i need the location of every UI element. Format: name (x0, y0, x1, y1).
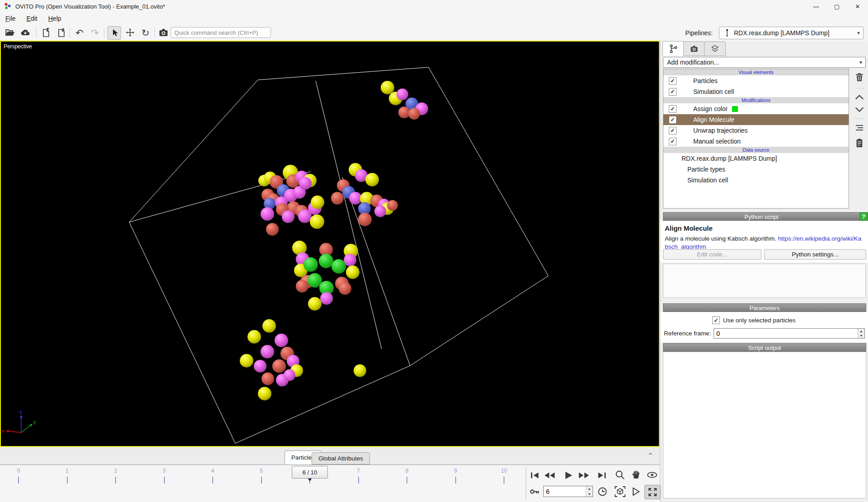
tab-particles-label: Particles (291, 454, 315, 461)
timeline-tick-label: 2 (114, 468, 117, 474)
menu-file[interactable]: File (0, 14, 21, 23)
timeline-tick-mark (18, 477, 19, 483)
render-active-viewport-button[interactable] (628, 485, 644, 498)
timeline-tick-label: 7 (357, 468, 360, 474)
timeline-tick-label: 5 (260, 468, 263, 474)
pan-mode-button[interactable] (628, 468, 644, 482)
timeline-divider (526, 467, 526, 500)
item-checkbox[interactable]: ✓ (669, 105, 677, 113)
maximize-viewport-button[interactable] (644, 485, 661, 499)
add-modification-label: Add modification... (667, 59, 719, 66)
timeline-tick-mark (406, 477, 407, 483)
next-frame-button[interactable] (576, 469, 592, 482)
spin-up-icon[interactable]: ▲ (858, 329, 864, 334)
redo-icon[interactable]: ↷ (89, 26, 101, 39)
previous-frame-button[interactable] (542, 469, 557, 482)
pipeline-item-unwrap-trajectories[interactable]: ✓Unwrap trajectories (663, 125, 849, 136)
reference-frame-spinner: ▲▼ (714, 328, 865, 339)
pipeline-item-manual-selection[interactable]: ✓Manual selection (663, 136, 849, 147)
slider-pointer-icon (308, 478, 312, 481)
animation-settings-clock-icon[interactable] (597, 486, 608, 497)
pipeline-item-simulation-cell[interactable]: Simulation cell (663, 175, 849, 186)
load-session-icon[interactable] (40, 26, 52, 39)
item-checkbox[interactable]: ✓ (669, 77, 677, 85)
zoom-mode-button[interactable] (612, 468, 628, 482)
timeline-tick-label: 8 (406, 468, 409, 474)
animation-key-icon[interactable] (529, 486, 540, 497)
chevron-down-icon: ▾ (857, 30, 860, 36)
tab-render[interactable] (683, 42, 705, 56)
spin-down-icon[interactable]: ▼ (858, 334, 864, 339)
selection-mode-icon[interactable] (107, 26, 121, 40)
viewport-caption[interactable]: Perspective (4, 43, 32, 50)
item-label: Simulation cell (687, 177, 728, 184)
script-output-header: Script output (663, 343, 866, 352)
clipboard-icon[interactable] (854, 137, 864, 149)
move-up-icon[interactable] (854, 93, 864, 101)
python-settings-button[interactable]: Python settings... (764, 249, 866, 260)
timeline-tick-label: 0 (17, 468, 20, 474)
pipeline-item-rdx-reax-dump-lammps-dump-[interactable]: RDX.reax.dump [LAMMPS Dump] (663, 153, 849, 164)
timeline-tick-mark (358, 477, 359, 483)
minimize-button[interactable]: — (806, 0, 826, 13)
tab-pipeline[interactable] (663, 41, 684, 56)
undo-icon[interactable]: ↶ (73, 26, 86, 39)
pipeline-item-particles[interactable]: ✓Particles (663, 75, 849, 86)
camera-icon (690, 44, 699, 53)
item-label: Unwrap trajectories (693, 127, 748, 134)
svg-text:y: y (33, 419, 36, 424)
timeline-tick-label: 4 (211, 468, 215, 474)
tab-overlays[interactable] (704, 42, 726, 56)
spin-up-icon[interactable]: ▲ (586, 486, 593, 492)
render-image-icon[interactable] (157, 26, 170, 39)
save-session-icon[interactable] (55, 26, 68, 39)
pipeline-item-assign-color[interactable]: ✓Assign color (663, 103, 849, 114)
help-button[interactable]: ? (859, 212, 868, 221)
pipeline-item-particle-types[interactable]: Particle types (663, 164, 849, 175)
import-remote-file-icon[interactable] (19, 26, 32, 39)
pipeline-section-header: Data source (663, 147, 849, 153)
quick-command-search-input[interactable] (171, 27, 271, 38)
timeline-tick-mark (67, 477, 68, 483)
close-button[interactable]: ✕ (847, 0, 868, 13)
jump-first-frame-button[interactable] (527, 469, 543, 482)
menu-edit[interactable]: Edit (21, 14, 43, 23)
list-options-icon[interactable] (854, 124, 865, 132)
spin-down-icon[interactable]: ▼ (586, 492, 593, 497)
edit-code-button[interactable]: Edit code... (663, 249, 761, 260)
timeline-tick-mark (504, 477, 504, 483)
pipeline-item-align-molecule[interactable]: ✓Align Molecule (663, 114, 849, 125)
python-script-header: Python script (663, 212, 860, 221)
add-modification-dropdown[interactable]: Add modification... ▾ (663, 57, 866, 68)
pipeline-item-simulation-cell[interactable]: ✓Simulation cell (663, 86, 849, 97)
script-output-area (663, 352, 866, 498)
zoom-scene-extents-button[interactable] (612, 485, 628, 498)
use-selected-particles-checkbox[interactable]: ✓ (712, 316, 720, 324)
collapse-inspector-icon[interactable]: ⌃ (648, 451, 653, 460)
maximize-button[interactable]: ▢ (826, 0, 847, 13)
pipeline-icon (723, 28, 731, 37)
reference-frame-input[interactable] (714, 329, 858, 338)
move-mode-icon[interactable] (124, 26, 136, 39)
axis-tripod-icon: z x y (1, 409, 42, 441)
play-button[interactable] (561, 469, 576, 482)
rotate-mode-icon[interactable]: ↻ (139, 26, 152, 39)
frame-spinner-input[interactable] (544, 486, 586, 497)
viewport-3d[interactable]: Perspective z x y (0, 41, 660, 447)
timeline-slider-handle[interactable]: 6 / 10 (292, 466, 328, 479)
item-checkbox[interactable]: ✓ (669, 88, 677, 96)
tab-global-attributes[interactable]: Global Attributes (312, 452, 370, 465)
item-checkbox[interactable]: ✓ (669, 127, 677, 135)
item-checkbox[interactable]: ✓ (669, 116, 677, 124)
jump-last-frame-button[interactable] (594, 469, 609, 482)
pipeline-selector[interactable]: RDX.reax.dump [LAMMPS Dump] ▾ (719, 27, 863, 39)
delete-modifier-icon[interactable] (854, 71, 865, 83)
open-file-icon[interactable] (4, 26, 16, 39)
move-down-icon[interactable] (854, 106, 864, 113)
item-checkbox[interactable]: ✓ (669, 138, 677, 145)
molecule-particles[interactable] (240, 81, 428, 400)
orbit-mode-button[interactable] (644, 468, 660, 482)
item-label: Particles (693, 77, 718, 84)
menu-help[interactable]: Help (43, 14, 67, 23)
color-swatch[interactable] (732, 106, 738, 112)
